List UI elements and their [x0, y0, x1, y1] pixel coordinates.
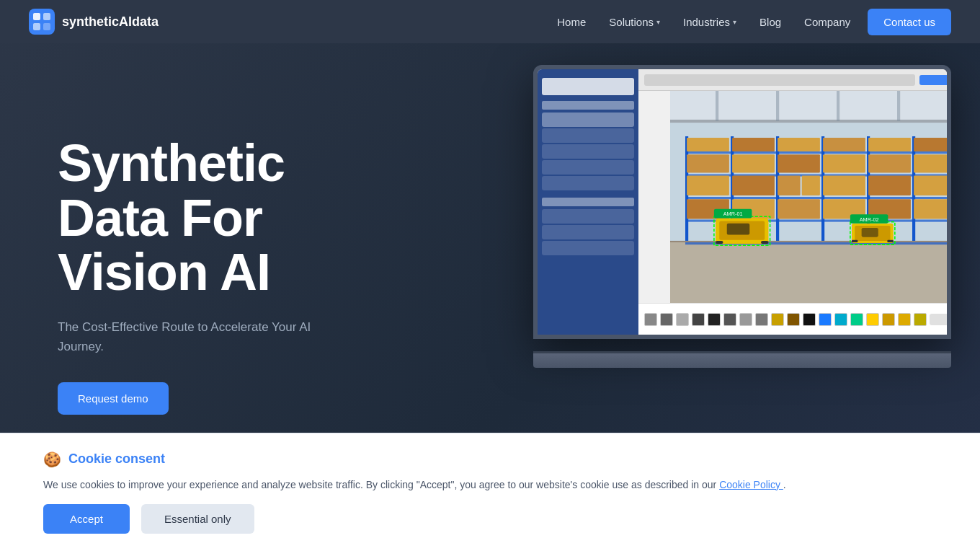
laptop-screen: AMR-01 AMR-02 [533, 65, 951, 339]
cookie-body-text: We use cookies to improve your experienc… [43, 477, 836, 493]
logo-text: syntheticAIdata [62, 14, 159, 30]
svg-rect-11 [837, 91, 839, 121]
svg-rect-2 [43, 13, 50, 20]
contact-button[interactable]: Contact us [868, 9, 951, 35]
svg-rect-24 [685, 197, 951, 199]
svg-rect-6 [670, 242, 951, 303]
logo-link[interactable]: syntheticAIdata [29, 9, 159, 35]
solutions-dropdown-icon: ▾ [656, 18, 660, 26]
nav-home[interactable]: Home [557, 16, 586, 28]
industries-dropdown-icon: ▾ [733, 18, 736, 26]
svg-rect-34 [687, 154, 729, 172]
hero-title: Synthetic Data For Vision AI [58, 136, 311, 300]
svg-rect-56 [670, 241, 951, 242]
app-ui: AMR-01 AMR-02 [538, 69, 947, 335]
svg-rect-59 [716, 241, 723, 244]
svg-rect-39 [914, 154, 951, 172]
svg-rect-37 [823, 154, 865, 172]
svg-rect-1 [33, 13, 40, 20]
svg-text:AMR-02: AMR-02 [860, 216, 879, 223]
svg-rect-7 [670, 91, 951, 121]
svg-rect-45 [823, 176, 865, 195]
svg-rect-29 [778, 138, 820, 151]
app-annotation-bar [638, 303, 951, 335]
app-sidebar [538, 69, 638, 335]
svg-rect-27 [687, 138, 729, 151]
svg-rect-0 [29, 9, 55, 35]
app-topbar [638, 69, 951, 91]
svg-rect-44 [802, 176, 820, 195]
navbar: syntheticAIdata Home Solutions ▾ Industr… [0, 0, 980, 43]
svg-rect-9 [716, 91, 718, 121]
logo-icon [29, 9, 55, 35]
svg-rect-12 [897, 91, 900, 121]
hero-laptop-image: AMR-01 AMR-02 [490, 36, 980, 483]
hero-content: Synthetic Data For Vision AI The Cost-Ef… [58, 136, 311, 415]
request-demo-button[interactable]: Request demo [58, 382, 169, 415]
svg-rect-47 [914, 176, 951, 195]
laptop-outer: AMR-01 AMR-02 [533, 65, 966, 368]
app-main: AMR-01 AMR-02 [638, 69, 951, 335]
cookie-policy-link[interactable]: Cookie Policy [719, 479, 783, 490]
svg-rect-3 [33, 23, 40, 30]
nav-industries[interactable]: Industries ▾ [683, 16, 736, 28]
hero-subtitle: The Cost-Effective Route to Accelerate Y… [58, 317, 311, 356]
svg-text:AMR-01: AMR-01 [723, 211, 743, 217]
app-content: AMR-01 AMR-02 [638, 91, 951, 303]
nav-company[interactable]: Company [804, 16, 850, 28]
svg-rect-10 [776, 91, 779, 121]
nav-blog[interactable]: Blog [760, 16, 781, 28]
svg-rect-42 [732, 176, 775, 195]
essential-only-button[interactable]: Essential only [141, 504, 254, 534]
accept-button[interactable]: Accept [43, 504, 130, 534]
svg-rect-65 [887, 240, 893, 242]
svg-rect-64 [852, 240, 858, 242]
svg-rect-66 [862, 228, 878, 237]
svg-rect-51 [778, 199, 820, 219]
svg-rect-32 [914, 138, 951, 151]
svg-rect-22 [685, 151, 951, 154]
svg-rect-28 [732, 138, 775, 151]
svg-rect-36 [778, 154, 820, 172]
svg-rect-41 [687, 176, 729, 195]
cookie-icon: 🍪 [43, 451, 61, 468]
nav-links: Home Solutions ▾ Industries ▾ Blog Compa… [557, 16, 850, 28]
svg-rect-35 [732, 154, 775, 172]
svg-rect-61 [727, 224, 750, 235]
cookie-actions: Accept Essential only [43, 504, 937, 534]
nav-solutions[interactable]: Solutions ▾ [609, 16, 660, 28]
svg-rect-31 [868, 138, 911, 151]
svg-rect-46 [868, 176, 911, 195]
svg-rect-4 [43, 23, 50, 30]
cookie-title: 🍪 Cookie consent [43, 451, 937, 468]
laptop-base [533, 353, 951, 368]
svg-rect-60 [761, 241, 769, 244]
svg-rect-30 [823, 138, 865, 151]
svg-rect-38 [868, 154, 911, 172]
svg-rect-54 [914, 199, 951, 219]
svg-rect-43 [778, 176, 801, 195]
svg-rect-8 [670, 120, 951, 123]
cookie-banner: 🍪 Cookie consent We use cookies to impro… [0, 433, 980, 551]
